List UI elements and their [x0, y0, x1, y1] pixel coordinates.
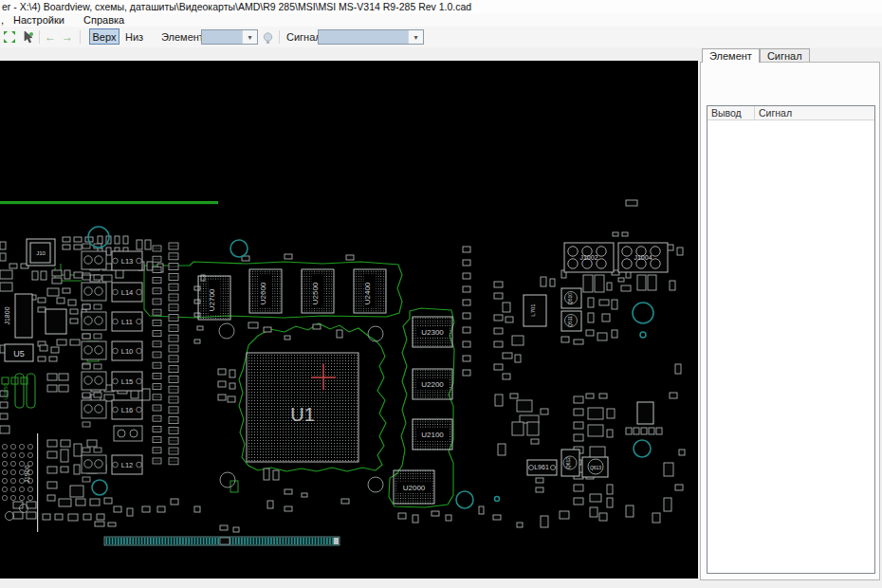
- svg-text:L11: L11: [121, 318, 133, 326]
- chevron-down-icon[interactable]: ▾: [408, 30, 423, 44]
- elements-combobox[interactable]: ▾: [201, 29, 258, 45]
- highlight-bulb-icon[interactable]: [263, 31, 273, 44]
- panel-tabs: Элемент Сигнал: [702, 48, 810, 63]
- svg-text:J10: J10: [36, 250, 46, 256]
- svg-text:U5: U5: [13, 349, 25, 358]
- menubar: , Настройки Справка: [0, 13, 882, 27]
- menu-fragment: ,: [1, 13, 4, 27]
- pins-table[interactable]: Вывод Сигнал: [707, 105, 875, 574]
- fit-view-icon[interactable]: [3, 27, 16, 47]
- menu-help[interactable]: Справка: [83, 13, 124, 27]
- menu-settings[interactable]: Настройки: [13, 13, 64, 27]
- svg-text:U2700: U2700: [208, 288, 216, 311]
- elements-combobox-value: [202, 30, 242, 44]
- toolbar-separator: [279, 30, 280, 44]
- svg-text:L12: L12: [121, 461, 134, 469]
- svg-text:L14: L14: [121, 288, 134, 297]
- pins-table-header: Вывод Сигнал: [707, 106, 874, 120]
- svg-text:U2100: U2100: [421, 431, 444, 439]
- side-bottom-button[interactable]: Низ: [125, 27, 143, 47]
- svg-text:J1002: J1002: [579, 254, 597, 261]
- signals-combobox[interactable]: ▾: [318, 29, 424, 45]
- svg-text:L10: L10: [121, 347, 134, 356]
- svg-text:Q613: Q613: [590, 465, 601, 470]
- pcb-viewport[interactable]: L13L14L11L10L15L16L12U2700U2600U2500U240…: [0, 61, 698, 579]
- app-window: er - X:\4) Boardview, схемы, даташиты\Ви…: [0, 0, 882, 588]
- cursor-select-icon[interactable]: [22, 27, 34, 47]
- svg-text:U2500: U2500: [311, 282, 320, 304]
- element-tab-page: Вывод Сигнал: [700, 62, 880, 580]
- svg-text:L701: L701: [530, 303, 536, 317]
- svg-text:U1850: U1850: [3, 383, 9, 400]
- svg-text:U2000: U2000: [403, 484, 426, 492]
- svg-text:L15: L15: [121, 377, 134, 386]
- column-header-signal[interactable]: Сигнал: [755, 106, 874, 119]
- svg-text:Q612: Q612: [565, 457, 571, 469]
- tab-element[interactable]: Элемент: [702, 48, 760, 63]
- side-top-button[interactable]: Верх: [89, 28, 119, 45]
- svg-text:U2200: U2200: [421, 380, 444, 389]
- svg-text:L961: L961: [534, 464, 549, 470]
- toolbar: ← → Верх Низ Элементы: ▾ Сигналы: ▾: [0, 27, 882, 47]
- main-content: L13L14L11L10L15L16L12U2700U2600U2500U240…: [0, 47, 882, 588]
- svg-text:J1900: J1900: [24, 465, 30, 483]
- titlebar: er - X:\4) Boardview, схемы, даташиты\Ви…: [0, 0, 882, 13]
- signals-combobox-value: [319, 30, 408, 44]
- svg-text:U2600: U2600: [259, 282, 267, 304]
- toolbar-separator: [80, 30, 81, 44]
- window-title: er - X:\4) Boardview, схемы, даташиты\Ви…: [2, 1, 471, 12]
- svg-text:Q510: Q510: [567, 293, 573, 304]
- svg-text:U2300: U2300: [421, 328, 444, 337]
- svg-text:L13: L13: [121, 257, 134, 266]
- svg-text:J1800: J1800: [4, 306, 10, 324]
- svg-text:Q511: Q511: [567, 316, 573, 327]
- svg-text:J1004: J1004: [634, 254, 652, 261]
- column-header-pin[interactable]: Вывод: [707, 106, 755, 119]
- svg-text:L16: L16: [121, 406, 134, 414]
- chevron-down-icon[interactable]: ▾: [242, 30, 257, 44]
- forward-arrow-icon[interactable]: →: [62, 27, 73, 47]
- back-arrow-icon[interactable]: ←: [45, 27, 56, 47]
- tab-signal[interactable]: Сигнал: [760, 48, 810, 62]
- svg-text:U1: U1: [290, 404, 315, 425]
- side-panel: Элемент Сигнал Вывод Сигнал: [698, 47, 882, 588]
- toolbar-separator: [39, 30, 40, 44]
- svg-text:U2400: U2400: [363, 282, 372, 304]
